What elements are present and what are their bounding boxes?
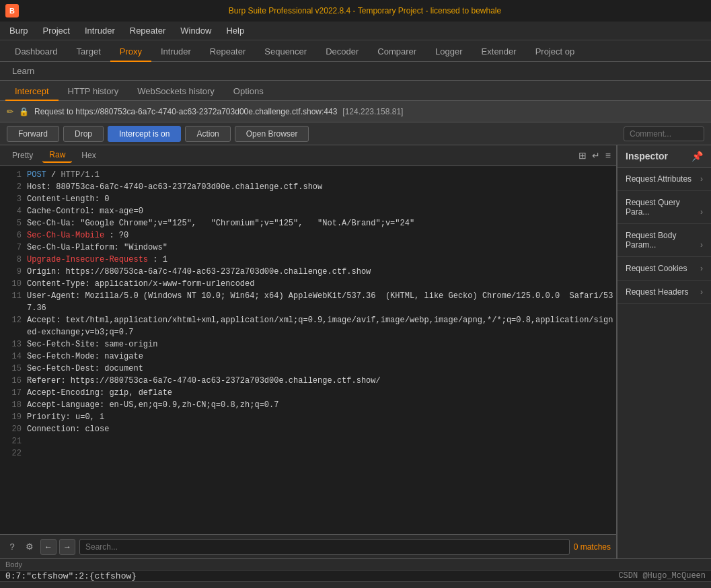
tab-extender[interactable]: Extender [472,42,526,62]
help-icon[interactable]: ? [5,540,19,554]
table-row: 7Sec-Ch-Ua-Platform: "Windows" [0,242,616,254]
menu-icon[interactable]: ≡ [605,150,611,161]
forward-nav-button[interactable]: → [59,539,75,555]
action-button[interactable]: Action [185,126,230,142]
line-content: Sec-Fetch-Site: same-origin [27,338,157,351]
table-row: 17Accept-Encoding: gzip, deflate [0,387,616,399]
inspector-request-attributes[interactable]: Request Attributes › [618,168,711,191]
url-bar: ✏ 🔒 Request to https://880753ca-6a7c-474… [0,101,711,122]
title-bar: B Burp Suite Professional v2022.8.4 - Te… [0,0,711,22]
tab-intruder[interactable]: Intruder [151,42,200,62]
tab-sequencer[interactable]: Sequencer [255,42,316,62]
line-content: Accept-Language: en-US,en;q=0.9,zh-CN;q=… [27,399,278,411]
tab-proxy[interactable]: Proxy [110,42,151,62]
settings-icon[interactable]: ⚙ [23,540,36,554]
table-row: 2Host: 880753ca-6a7c-4740-ac63-2372a703d… [0,181,616,193]
menu-burp[interactable]: Burp [3,23,34,38]
tab-comparer[interactable]: Comparer [368,42,426,62]
attribution-text: CSDN @Hugo_McQueen [618,571,706,581]
line-content: Sec-Fetch-Dest: document [27,363,143,375]
table-row: 12Accept: text/html,application/xhtml+xm… [0,314,616,338]
pin-icon[interactable]: 📌 [691,151,703,161]
line-content: Connection: close [27,423,109,435]
menu-repeater[interactable]: Repeater [123,23,172,38]
table-row: 19Priority: u=0, i [0,411,616,423]
menu-window[interactable]: Window [174,23,218,38]
menu-intruder[interactable]: Intruder [78,23,122,38]
request-url: Request to https://880753ca-6a7c-4740-ac… [34,107,337,116]
search-bar: ? ⚙ ← → 0 matches [0,534,616,558]
lock-icon: 🔒 [19,107,29,116]
tab-learn[interactable]: Learn [5,63,41,79]
line-content: Accept: text/html,application/xhtml+xml,… [27,314,613,338]
line-number: 22 [3,447,22,460]
app-title: Burp Suite Professional v2022.8.4 - Temp… [24,6,706,15]
bottom-area: Body 0:7:"ctfshow":2:{ctfshow} CSDN @Hug… [0,558,711,588]
table-row: 9Origin: https://880753ca-6a7c-4740-ac63… [0,266,616,278]
table-row: 8Upgrade-Insecure-Requests : 1 [0,254,616,266]
line-number: 18 [3,399,22,411]
burp-logo: B [5,4,19,17]
request-content[interactable]: 1POST / HTTP/1.12Host: 880753ca-6a7c-474… [0,166,616,534]
tab-repeater[interactable]: Repeater [200,42,255,62]
table-row: 15Sec-Fetch-Dest: document [0,363,616,375]
view-tab-pretty[interactable]: Pretty [5,149,40,162]
line-number: 14 [3,351,22,363]
line-number: 3 [3,193,22,205]
inspector-body-params[interactable]: Request Body Param... › [618,224,711,257]
line-number: 13 [3,338,22,351]
tab-target[interactable]: Target [67,42,110,62]
table-row: 5Sec-Ch-Ua: "Google Chrome";v="125", "Ch… [0,217,616,229]
line-number: 21 [3,435,22,447]
intercept-button[interactable]: Intercept is on [108,126,181,142]
comment-input[interactable] [624,126,704,141]
sub-tabs: Intercept HTTP history WebSockets histor… [0,81,711,101]
drop-button[interactable]: Drop [63,126,104,142]
tab-project-options[interactable]: Project op [526,42,585,62]
subtab-websockets[interactable]: WebSockets history [128,83,224,101]
view-tab-raw[interactable]: Raw [42,148,72,163]
subtab-options[interactable]: Options [224,83,273,101]
copy-icon[interactable]: ⊞ [578,150,587,161]
content-area: Pretty Raw Hex ⊞ ↵ ≡ 1POST / HTTP/1.12Ho… [0,145,711,558]
tab-decoder[interactable]: Decoder [316,42,368,62]
back-button[interactable]: ← [40,539,57,555]
table-row: 3Content-Length: 0 [0,193,616,205]
forward-button[interactable]: Forward [7,126,59,142]
inspector-cookies[interactable]: Request Cookies › [618,257,711,281]
table-row: 10Content-Type: application/x-www-form-u… [0,278,616,290]
inspector-headers[interactable]: Request Headers › [618,281,711,304]
tab-logger[interactable]: Logger [426,42,472,62]
pencil-icon: ✏ [7,107,13,116]
view-tab-hex[interactable]: Hex [75,149,102,162]
subtab-intercept[interactable]: Intercept [5,83,59,101]
line-number: 1 [3,169,22,181]
table-row: 6Sec-Ch-Ua-Mobile : ?0 [0,229,616,242]
menu-project[interactable]: Project [36,23,76,38]
line-content: Content-Type: application/x-www-form-url… [27,278,254,290]
line-number: 17 [3,387,22,399]
tab-dashboard[interactable]: Dashboard [5,42,67,62]
line-content: Accept-Encoding: gzip, deflate [27,387,172,399]
inspector-header: Inspector 📌 [618,145,711,168]
newline-icon[interactable]: ↵ [592,150,600,161]
inspector-query-params[interactable]: Request Query Para... › [618,191,711,224]
table-row: 16Referer: https://880753ca-6a7c-4740-ac… [0,375,616,387]
line-number: 20 [3,423,22,435]
subtab-http-history[interactable]: HTTP history [59,83,128,101]
inspector-panel: Inspector 📌 Request Attributes › Request… [617,145,711,558]
line-content: Referer: https://880753ca-6a7c-4740-ac63… [27,375,381,387]
table-row: 21 [0,435,616,447]
table-row: 4Cache-Control: max-age=0 [0,205,616,217]
line-content: Upgrade-Insecure-Requests : 1 [27,254,167,266]
table-row: 13Sec-Fetch-Site: same-origin [0,338,616,351]
menu-help[interactable]: Help [219,23,251,38]
table-row: 11User-Agent: Mozilla/5.0 (Windows NT 10… [0,290,616,314]
line-number: 12 [3,314,22,338]
line-number: 10 [3,278,22,290]
search-input[interactable] [79,539,570,555]
view-tabs: Pretty Raw Hex ⊞ ↵ ≡ [0,145,616,166]
open-browser-button[interactable]: Open Browser [235,126,309,142]
line-content: Cache-Control: max-age=0 [27,205,143,217]
search-matches: 0 matches [574,542,611,552]
